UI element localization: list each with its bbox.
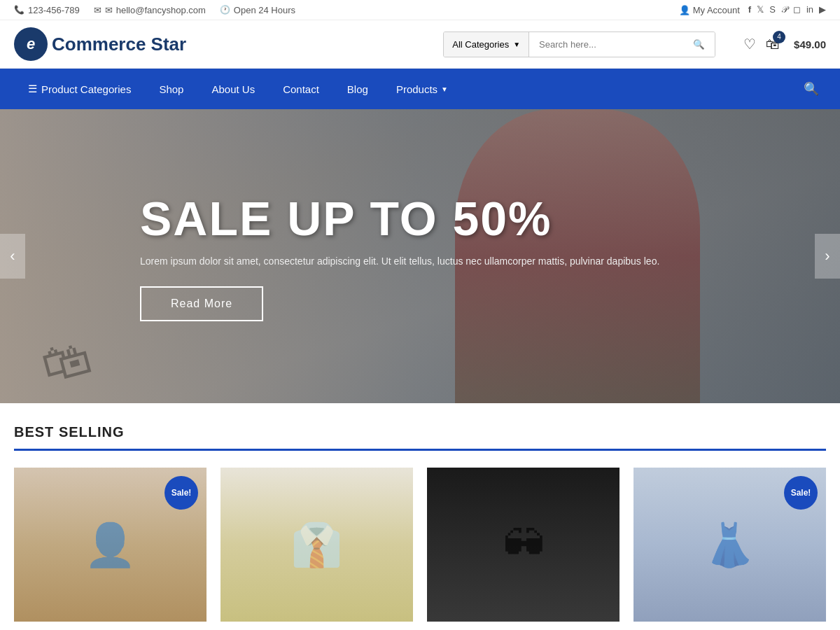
- category-label: All Categories: [452, 39, 509, 50]
- search-input[interactable]: [529, 32, 683, 57]
- product-card-2[interactable]: 👔 Black pants: [220, 468, 413, 630]
- linkedin-icon[interactable]: in: [806, 4, 813, 15]
- nav-products[interactable]: Products ▼: [382, 71, 462, 108]
- pinterest-icon[interactable]: 𝒫: [781, 4, 788, 15]
- nav-shop[interactable]: Shop: [145, 71, 197, 108]
- hours-info: Open 24 Hours: [220, 5, 295, 15]
- header: e Commerce Star All Categories ▼ 🔍 ♡ 🛍 4…: [0, 20, 840, 69]
- logo-letter: e: [27, 35, 35, 53]
- search-button[interactable]: 🔍: [683, 32, 715, 57]
- cart-badge: 4: [773, 31, 785, 43]
- product-4-sale-badge: Sale!: [784, 476, 818, 510]
- search-area: All Categories ▼ 🔍: [443, 31, 715, 57]
- youtube-icon[interactable]: ▶: [819, 4, 826, 15]
- main-nav: ☰ Product Categories Shop About Us Conta…: [0, 69, 840, 109]
- products-grid: 👤 Sale! Evening trousers 👔 Black pants 🕶: [14, 468, 826, 630]
- hero-section: 🛍 ‹ SALE UP TO 50% Lorem ipsum dolor sit…: [0, 109, 840, 403]
- nav-about[interactable]: About Us: [197, 71, 269, 108]
- top-bar-left: 123-456-789 ✉ hello@fancyshop.com Open 2…: [14, 5, 295, 15]
- wishlist-icon[interactable]: ♡: [743, 36, 756, 52]
- nav-contact-label: Contact: [283, 83, 319, 95]
- email-address: hello@fancyshop.com: [116, 5, 206, 15]
- nav-shop-label: Shop: [159, 83, 183, 95]
- product-2-image: 👔: [220, 468, 413, 622]
- email-info: ✉ hello@fancyshop.com: [94, 5, 206, 15]
- best-selling-section: BEST SELLING 👤 Sale! Evening trousers 👔 …: [0, 403, 840, 630]
- account-label: My Account: [693, 5, 740, 15]
- nav-categories-label: Product Categories: [41, 83, 131, 95]
- product-4-image-wrap: 👗 Sale!: [634, 468, 826, 622]
- nav-about-label: About Us: [211, 83, 255, 95]
- product-card-4[interactable]: 👗 Sale! Polo T-shirt: [634, 468, 826, 630]
- nav-blog-label: Blog: [347, 83, 368, 95]
- hero-title: SALE UP TO 50%: [140, 191, 840, 246]
- twitter-icon[interactable]: 𝕏: [757, 4, 764, 15]
- product-1-sale-badge: Sale!: [164, 476, 198, 510]
- hero-cta-button[interactable]: Read More: [140, 286, 263, 321]
- product-3-image: 🕶: [427, 468, 620, 622]
- chevron-products-icon: ▼: [441, 85, 448, 93]
- logo-icon: e: [14, 27, 48, 61]
- product-card-1[interactable]: 👤 Sale! Evening trousers: [14, 468, 206, 630]
- chevron-down-icon: ▼: [513, 41, 520, 48]
- category-dropdown[interactable]: All Categories ▼: [444, 32, 529, 57]
- phone-icon: [14, 5, 24, 15]
- clock-icon: [220, 5, 230, 15]
- phone-info: 123-456-789: [14, 5, 80, 15]
- cart-icon[interactable]: 🛍 4: [766, 36, 780, 52]
- hero-prev-button[interactable]: ‹: [0, 234, 25, 279]
- logo[interactable]: e Commerce Star: [14, 27, 186, 61]
- best-selling-title: BEST SELLING: [14, 424, 826, 451]
- nav-contact[interactable]: Contact: [269, 71, 333, 108]
- bars-icon: ☰: [28, 83, 37, 95]
- social-icons: f 𝕏 S 𝒫 ◻ in ▶: [748, 4, 826, 15]
- logo-text: Commerce Star: [52, 34, 186, 55]
- nav-blog[interactable]: Blog: [333, 71, 382, 108]
- phone-number: 123-456-789: [28, 5, 80, 15]
- nav-search-icon[interactable]: 🔍: [797, 69, 826, 109]
- cart-amount: $49.00: [794, 38, 826, 50]
- skype-icon[interactable]: S: [769, 4, 776, 15]
- mail-icon: ✉: [94, 5, 113, 15]
- product-card-3[interactable]: 🕶 Hard top: [427, 468, 620, 630]
- hero-subtitle: Lorem ipsum dolor sit amet, consectetur …: [140, 255, 672, 267]
- facebook-icon[interactable]: f: [748, 4, 751, 15]
- top-bar-right: 👤 My Account f 𝕏 S 𝒫 ◻ in ▶: [679, 4, 826, 15]
- user-icon: 👤: [679, 5, 690, 15]
- hero-content: SALE UP TO 50% Lorem ipsum dolor sit ame…: [140, 191, 840, 321]
- product-1-image-wrap: 👤 Sale!: [14, 468, 206, 622]
- hero-cta-label: Read More: [171, 298, 232, 309]
- nav-categories[interactable]: ☰ Product Categories: [14, 70, 145, 108]
- my-account-link[interactable]: 👤 My Account: [679, 5, 740, 15]
- product-3-image-wrap: 🕶: [427, 468, 620, 622]
- search-icon: 🔍: [693, 39, 705, 50]
- top-bar: 123-456-789 ✉ hello@fancyshop.com Open 2…: [0, 0, 840, 20]
- hero-next-button[interactable]: ›: [815, 234, 840, 279]
- hours-text: Open 24 Hours: [234, 5, 295, 15]
- instagram-icon[interactable]: ◻: [793, 4, 801, 15]
- header-icons: ♡ 🛍 4 $49.00: [743, 36, 826, 52]
- nav-products-label: Products: [396, 83, 438, 95]
- product-2-image-wrap: 👔: [220, 468, 413, 622]
